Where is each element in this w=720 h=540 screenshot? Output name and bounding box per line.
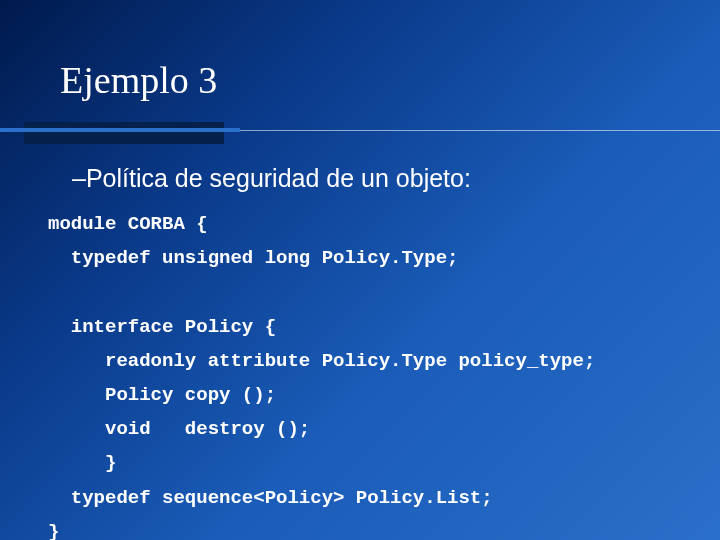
underline-light-bar [0, 128, 240, 132]
code-line: typedef unsigned long Policy.Type; [48, 247, 458, 269]
slide-title: Ejemplo 3 [0, 0, 720, 112]
title-underline-decoration [0, 122, 720, 146]
code-line: readonly attribute Policy.Type policy_ty… [48, 350, 595, 372]
code-line: void destroy (); [48, 418, 310, 440]
code-line: typedef sequence<Policy> Policy.List; [48, 487, 493, 509]
code-line: } [48, 521, 59, 540]
code-line: Policy copy (); [48, 384, 276, 406]
code-line: interface Policy { [48, 316, 276, 338]
slide-container: Ejemplo 3 –Política de seguridad de un o… [0, 0, 720, 540]
code-line: } [48, 452, 116, 474]
underline-dark-bar [24, 122, 224, 144]
code-line: module CORBA { [48, 213, 208, 235]
code-block: module CORBA { typedef unsigned long Pol… [0, 193, 720, 540]
